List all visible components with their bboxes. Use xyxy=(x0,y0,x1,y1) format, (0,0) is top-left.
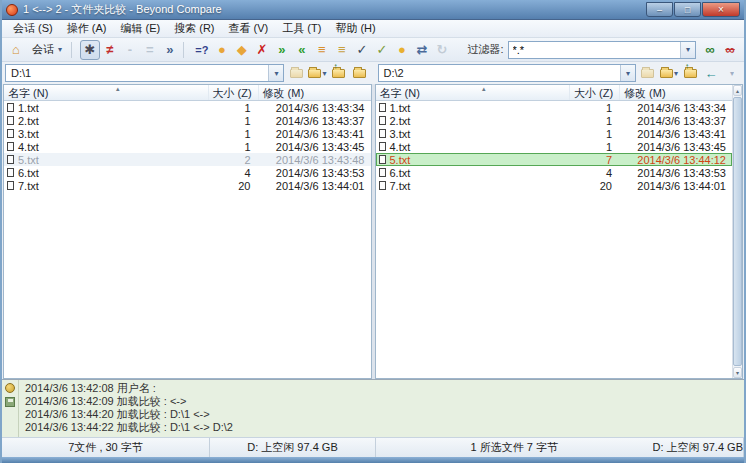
compare-contents-icon[interactable]: ● xyxy=(392,40,412,60)
close-button[interactable]: × xyxy=(702,2,740,17)
chevron-down-icon: ▾ xyxy=(58,45,62,54)
file-name: 2.txt xyxy=(390,115,411,127)
left-path-input[interactable]: D:\1 ▾ xyxy=(5,64,284,82)
menu-search[interactable]: 搜索 (R) xyxy=(167,20,221,37)
session-menu-button[interactable]: 会话 ▾ xyxy=(26,40,68,60)
scroll-up-icon[interactable]: ▴ xyxy=(733,85,742,96)
show-same-icon[interactable]: = xyxy=(140,40,160,60)
left-path-bar: D:\1 ▾ ▾ ↑ xyxy=(5,64,369,82)
left-browse-folder-button[interactable]: ▾ xyxy=(308,64,326,82)
sync-preview-icon[interactable]: ● xyxy=(212,40,232,60)
menu-session[interactable]: 会话 (S) xyxy=(6,20,60,37)
4.txt[interactable]: 4.txt 1 2014/3/6 13:43:45 xyxy=(376,140,733,153)
right-extra-dropdown-icon[interactable]: ▾ xyxy=(723,64,741,82)
refresh-icon[interactable]: ↻ xyxy=(432,40,452,60)
6.txt[interactable]: 6.txt 4 2014/3/6 13:43:53 xyxy=(376,166,733,179)
file-name: 6.txt xyxy=(390,167,411,179)
column-header-name[interactable]: 名字 (N)▴ xyxy=(4,85,209,100)
right-parent-folder-button[interactable]: ↑ xyxy=(681,64,699,82)
file-modified: 2014/3/6 13:43:48 xyxy=(259,154,371,166)
right-file-list: 1.txt 1 2014/3/6 13:43:34 2.txt 1 2014/3… xyxy=(376,101,733,378)
toolbar: ⌂ 会话 ▾ ✱≠-=»=?●◆✗»«≡≡✓✓●⇄↻ 过滤器: ▾ ∞∞ xyxy=(2,38,744,62)
column-header-size[interactable]: 大小 (Z) xyxy=(209,85,259,100)
left-root-folder-icon[interactable] xyxy=(287,64,305,82)
file-name: 5.txt xyxy=(18,154,39,166)
3.txt[interactable]: 3.txt 1 2014/3/6 13:43:41 xyxy=(4,127,371,140)
file-size: 1 xyxy=(209,141,259,153)
maximize-button[interactable]: □ xyxy=(674,2,701,17)
right-path-dropdown-icon[interactable]: ▾ xyxy=(620,65,635,81)
filter-input[interactable] xyxy=(509,44,681,56)
7.txt[interactable]: 7.txt 20 2014/3/6 13:44:01 xyxy=(376,179,733,192)
left-path-text: D:\1 xyxy=(6,67,268,79)
session-report-icon[interactable]: ◆ xyxy=(232,40,252,60)
glasses-off-icon[interactable]: ∞ xyxy=(720,40,740,60)
select-all-files-icon[interactable]: ✓ xyxy=(372,40,392,60)
menu-help[interactable]: 帮助 (H) xyxy=(328,20,382,37)
file-icon xyxy=(7,181,14,190)
right-pane: 名字 (N)▴ 大小 (Z) 修改 (M) 1.txt 1 2014/3/6 1… xyxy=(375,84,744,379)
swap-sides-icon[interactable]: ⇄ xyxy=(412,40,432,60)
overflow-chevron-icon[interactable]: » xyxy=(160,40,180,60)
1.txt[interactable]: 1.txt 1 2014/3/6 13:43:34 xyxy=(376,101,733,114)
left-parent-folder-button[interactable]: ↑ xyxy=(330,64,348,82)
menu-view[interactable]: 查看 (V) xyxy=(222,20,276,37)
show-differences-icon[interactable]: ≠ xyxy=(100,40,120,60)
scroll-down-icon[interactable]: ▾ xyxy=(733,367,742,378)
collapse-all-icon[interactable]: ≡ xyxy=(332,40,352,60)
column-header-modified[interactable]: 修改 (M) xyxy=(620,85,732,100)
5.txt[interactable]: 5.txt 2 2014/3/6 13:43:48 xyxy=(4,153,371,166)
log-time-icon[interactable] xyxy=(5,383,15,393)
scrollbar-thumb[interactable] xyxy=(733,97,742,366)
file-name: 5.txt xyxy=(390,154,411,166)
show-all-button[interactable]: ✱ xyxy=(80,40,100,60)
copy-right-icon[interactable]: » xyxy=(272,40,292,60)
left-open-folder-button[interactable] xyxy=(351,64,369,82)
column-header-size[interactable]: 大小 (Z) xyxy=(570,85,620,100)
file-size: 7 xyxy=(570,154,620,166)
status-segment: 1 所选文件 7 字节 xyxy=(376,438,653,457)
left-path-dropdown-icon[interactable]: ▾ xyxy=(268,65,283,81)
column-header-name[interactable]: 名字 (N)▴ xyxy=(376,85,571,100)
copy-left-icon[interactable]: « xyxy=(292,40,312,60)
show-orphans-icon[interactable]: - xyxy=(120,40,140,60)
title-bar: 1 <--> 2 - 文件夹比较 - Beyond Compare – □ × xyxy=(2,0,744,20)
home-icon[interactable]: ⌂ xyxy=(6,40,26,60)
menu-tools[interactable]: 工具 (T) xyxy=(275,20,328,37)
log-line: 2014/3/6 13:42:09 加载比较 : <-> xyxy=(25,395,738,408)
select-newer-icon[interactable]: ✓ xyxy=(352,40,372,60)
6.txt[interactable]: 6.txt 4 2014/3/6 13:43:53 xyxy=(4,166,371,179)
left-column-header: 名字 (N)▴ 大小 (Z) 修改 (M) xyxy=(4,85,371,101)
save-log-icon[interactable] xyxy=(5,397,15,407)
file-modified: 2014/3/6 13:43:53 xyxy=(620,167,732,179)
log-panel: 2014/3/6 13:42:08 用户名 :2014/3/6 13:42:09… xyxy=(2,379,744,437)
expand-all-icon[interactable]: ≡ xyxy=(312,40,332,60)
glasses-icon[interactable]: ∞ xyxy=(700,40,720,60)
minimize-button[interactable]: – xyxy=(646,2,673,17)
5.txt[interactable]: 5.txt 7 2014/3/6 13:44:12 xyxy=(376,153,733,166)
status-segment: 7文件 , 30 字节 xyxy=(2,438,210,457)
right-browse-folder-button[interactable]: ▾ xyxy=(660,64,678,82)
4.txt[interactable]: 4.txt 1 2014/3/6 13:43:45 xyxy=(4,140,371,153)
right-path-input[interactable]: D:\2 ▾ xyxy=(378,64,636,82)
filter-dropdown-icon[interactable]: ▾ xyxy=(680,42,695,58)
compare-area: 名字 (N)▴ 大小 (Z) 修改 (M) 1.txt 1 2014/3/6 1… xyxy=(2,84,744,379)
file-modified: 2014/3/6 13:44:12 xyxy=(620,154,732,166)
filter-label: 过滤器: xyxy=(467,42,503,57)
session-menu-label: 会话 xyxy=(32,42,54,57)
2.txt[interactable]: 2.txt 1 2014/3/6 13:43:37 xyxy=(376,114,733,127)
file-size: 1 xyxy=(570,141,620,153)
menu-edit[interactable]: 编辑 (E) xyxy=(113,20,167,37)
2.txt[interactable]: 2.txt 1 2014/3/6 13:43:37 xyxy=(4,114,371,127)
vertical-scrollbar[interactable]: ▴ ▾ xyxy=(732,85,742,378)
column-header-modified[interactable]: 修改 (M) xyxy=(259,85,371,100)
menu-actions[interactable]: 操作 (A) xyxy=(60,20,114,37)
right-root-folder-icon[interactable] xyxy=(639,64,657,82)
7.txt[interactable]: 7.txt 20 2014/3/6 13:44:01 xyxy=(4,179,371,192)
3.txt[interactable]: 3.txt 1 2014/3/6 13:43:41 xyxy=(376,127,733,140)
rules-icon[interactable]: =? xyxy=(192,40,212,60)
back-arrow-icon[interactable]: ← xyxy=(702,64,720,82)
delete-icon[interactable]: ✗ xyxy=(252,40,272,60)
1.txt[interactable]: 1.txt 1 2014/3/6 13:43:34 xyxy=(4,101,371,114)
right-column-header: 名字 (N)▴ 大小 (Z) 修改 (M) xyxy=(376,85,733,101)
